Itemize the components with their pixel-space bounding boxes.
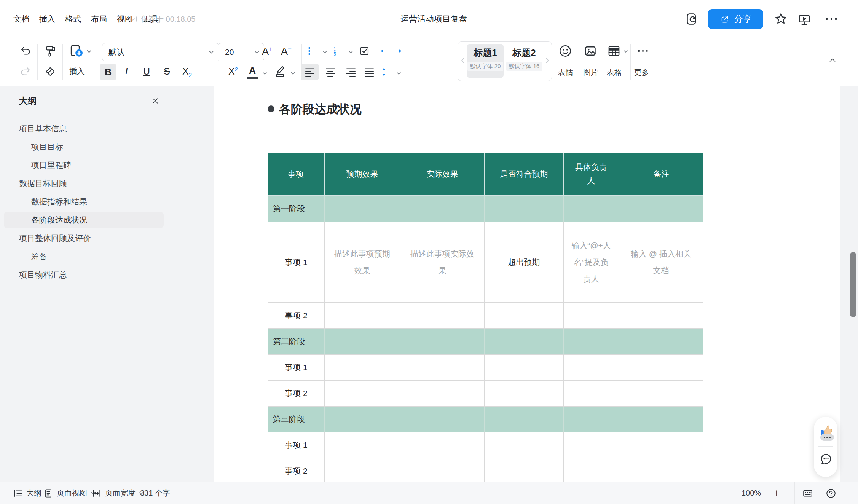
- stage-cell[interactable]: [325, 196, 400, 222]
- image-icon[interactable]: [583, 44, 598, 58]
- format-painter-icon[interactable]: [44, 45, 57, 57]
- increase-font-icon[interactable]: A+: [262, 45, 273, 57]
- indent-icon[interactable]: [397, 45, 410, 57]
- table-cell[interactable]: [485, 432, 564, 458]
- table-cell[interactable]: [564, 355, 619, 381]
- table-cell[interactable]: [619, 432, 703, 458]
- line-spacing-chevron-icon[interactable]: [396, 70, 402, 76]
- table-cell[interactable]: 描述此事项实际效果: [400, 222, 485, 303]
- present-mode-icon[interactable]: [797, 13, 811, 26]
- stage-cell[interactable]: [619, 329, 703, 355]
- font-color-chevron-icon[interactable]: [262, 70, 268, 76]
- table-header-cell[interactable]: 备注: [619, 153, 703, 196]
- outline-item[interactable]: 项目里程碑: [0, 156, 175, 174]
- version-history-icon[interactable]: [685, 12, 699, 26]
- table-cell[interactable]: [400, 381, 485, 407]
- comments-icon[interactable]: [819, 452, 833, 466]
- zoom-in-button[interactable]: +: [773, 482, 780, 504]
- line-spacing-icon[interactable]: [381, 66, 393, 78]
- table-cell[interactable]: 事项 1: [268, 222, 325, 303]
- stage-cell[interactable]: [485, 407, 564, 432]
- table-cell[interactable]: [619, 381, 703, 407]
- stage-cell[interactable]: [619, 407, 703, 432]
- align-left-button[interactable]: [301, 64, 319, 80]
- stage-cell[interactable]: [400, 196, 485, 222]
- more-options-icon[interactable]: [824, 15, 839, 23]
- checklist-icon[interactable]: [358, 45, 370, 57]
- more-tools-label[interactable]: 更多: [633, 67, 651, 78]
- stage-cell[interactable]: [400, 329, 485, 355]
- outline-item[interactable]: 项目整体回顾及评价: [0, 229, 175, 247]
- table-cell[interactable]: [325, 381, 400, 407]
- table-cell[interactable]: [564, 432, 619, 458]
- stage-cell[interactable]: [564, 407, 619, 432]
- stage-cell[interactable]: 第三阶段: [268, 407, 325, 432]
- stage-cell[interactable]: [485, 196, 564, 222]
- close-outline-icon[interactable]: [151, 96, 160, 105]
- table-icon[interactable]: [607, 44, 621, 58]
- styles-prev-icon[interactable]: [459, 57, 466, 64]
- more-tools-icon[interactable]: [636, 48, 649, 54]
- outline-item[interactable]: 项目基本信息: [0, 120, 175, 138]
- menu-item-3[interactable]: 格式: [65, 14, 81, 24]
- align-right-button[interactable]: [345, 66, 357, 78]
- table-cell[interactable]: [400, 355, 485, 381]
- font-color-button[interactable]: A: [247, 65, 258, 79]
- emoji-icon[interactable]: [558, 44, 573, 58]
- table-cell[interactable]: [564, 303, 619, 329]
- document-title[interactable]: 运营活动项目复盘: [377, 0, 491, 38]
- clear-format-icon[interactable]: [44, 65, 57, 78]
- bullet-list-icon[interactable]: [307, 45, 319, 57]
- table-cell[interactable]: [485, 303, 564, 329]
- table-cell[interactable]: [400, 458, 485, 484]
- table-cell[interactable]: 输入 @ 插入相关文档: [619, 222, 703, 303]
- table-cell[interactable]: 超出预期: [485, 222, 564, 303]
- page-view-select[interactable]: 页面视图: [43, 482, 96, 504]
- insert-icon[interactable]: [69, 43, 85, 59]
- zoom-level[interactable]: 100%: [742, 482, 761, 504]
- stage-cell[interactable]: [564, 196, 619, 222]
- style-heading2[interactable]: 标题2 默认字体 16: [506, 44, 542, 78]
- zoom-out-button[interactable]: −: [725, 482, 731, 504]
- align-center-button[interactable]: [324, 66, 337, 78]
- table-cell[interactable]: 事项 1: [268, 355, 325, 381]
- table-cell[interactable]: [619, 458, 703, 484]
- collapse-toolbar-icon[interactable]: [828, 55, 837, 65]
- justify-button[interactable]: [363, 66, 375, 78]
- subscript-button[interactable]: X2: [182, 66, 192, 78]
- numbered-list-icon[interactable]: 123: [333, 45, 345, 57]
- outline-item[interactable]: 各阶段达成状况: [0, 211, 175, 229]
- outline-item[interactable]: 数据指标和结果: [0, 193, 175, 211]
- bold-button[interactable]: B: [100, 64, 116, 80]
- table-header-cell[interactable]: 事项: [268, 153, 325, 196]
- table-cell[interactable]: 描述此事项预期效果: [325, 222, 400, 303]
- outdent-icon[interactable]: [379, 45, 391, 57]
- table-cell[interactable]: [564, 458, 619, 484]
- stage-cell[interactable]: 第二阶段: [268, 329, 325, 355]
- menu-item-2[interactable]: 插入: [39, 14, 55, 24]
- table-cell[interactable]: [325, 432, 400, 458]
- emoji-label[interactable]: 表情: [557, 67, 575, 78]
- table-cell[interactable]: [325, 303, 400, 329]
- outline-item[interactable]: 筹备: [0, 247, 175, 266]
- table-cell[interactable]: [485, 381, 564, 407]
- page-width-select[interactable]: 页面宽度: [91, 482, 144, 504]
- stage-cell[interactable]: [325, 329, 400, 355]
- strikethrough-button[interactable]: S: [164, 66, 170, 77]
- superscript-button[interactable]: X2: [228, 66, 238, 77]
- stage-cell[interactable]: [564, 329, 619, 355]
- share-button[interactable]: 分享: [708, 9, 763, 29]
- insert-chevron-icon[interactable]: [86, 48, 92, 54]
- table-cell[interactable]: [619, 303, 703, 329]
- image-label[interactable]: 图片: [582, 67, 600, 78]
- table-cell[interactable]: [485, 458, 564, 484]
- section-heading[interactable]: 各阶段达成状况: [279, 101, 362, 117]
- table-cell[interactable]: 事项 2: [268, 381, 325, 407]
- table-header-cell[interactable]: 预期效果: [325, 153, 400, 196]
- stage-cell[interactable]: [325, 407, 400, 432]
- style-heading1[interactable]: 标题1 默认字体 20: [467, 44, 504, 78]
- font-size-select[interactable]: 20: [218, 43, 264, 61]
- table-cell[interactable]: [325, 458, 400, 484]
- table-cell[interactable]: [619, 355, 703, 381]
- table-header-cell[interactable]: 具体负责人: [564, 153, 619, 196]
